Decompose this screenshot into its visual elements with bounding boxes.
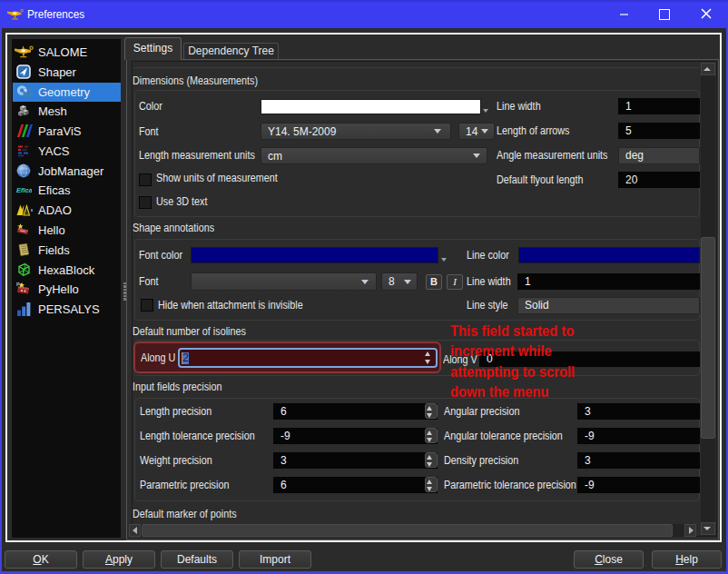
svg-text:Eficas: Eficas [16, 186, 32, 194]
svg-text:Py: Py [16, 282, 23, 287]
